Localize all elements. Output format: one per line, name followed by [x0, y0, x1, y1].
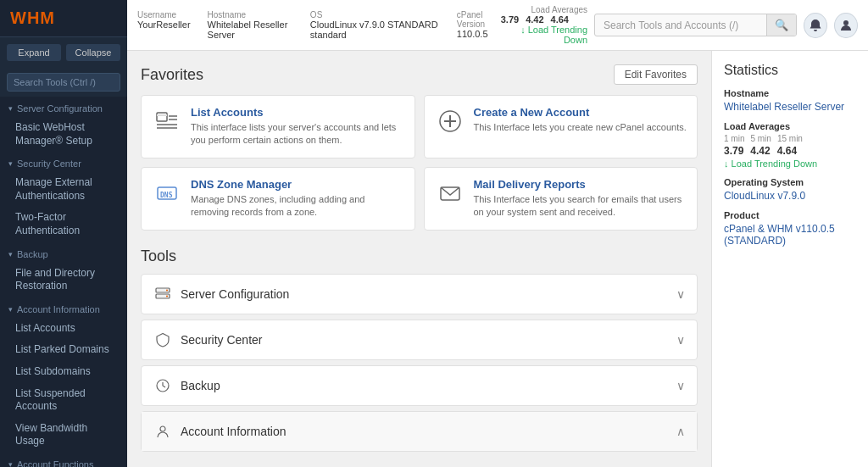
- sidebar-section-security-center[interactable]: ▾ Security Center: [0, 152, 127, 172]
- dns-zone-text: DNS Zone Manager Manage DNS zones, inclu…: [191, 178, 404, 220]
- stats-hostname-label: Hostname: [724, 88, 856, 98]
- stats-load-trend: ↓ Load Trending Down: [724, 158, 856, 169]
- tool-section-label: Security Center: [181, 333, 262, 347]
- svg-point-0: [843, 20, 849, 25]
- svg-point-16: [166, 295, 168, 297]
- user-icon: [839, 19, 853, 32]
- tool-section-header-server-config[interactable]: Server Configuration ∨: [142, 275, 697, 314]
- sidebar-section-server-configuration[interactable]: ▾ Server Configuration: [0, 97, 127, 117]
- tool-section-label: Backup: [181, 379, 220, 392]
- topbar-user-menu-button[interactable]: [834, 13, 858, 38]
- sidebar-item-list-parked-domains[interactable]: List Parked Domains: [0, 339, 127, 361]
- sidebar-item-list-subdomains[interactable]: List Subdomains: [0, 361, 127, 383]
- tool-section-backup: Backup ∨: [141, 365, 698, 406]
- topbar-notifications-button[interactable]: [804, 13, 827, 38]
- stats-product-label: Product: [724, 210, 856, 220]
- tool-section-header-account-info[interactable]: Account Information ∧: [142, 412, 697, 451]
- sidebar-item-list-accounts[interactable]: List Accounts: [0, 318, 127, 340]
- edit-favorites-button[interactable]: Edit Favorites: [614, 64, 698, 85]
- logo-accent: W: [10, 8, 27, 27]
- sidebar: WHM Expand Collapse ▾ Server Configurati…: [0, 0, 127, 467]
- sidebar-item-basic-webhost[interactable]: Basic WebHost Manager® Setup: [0, 117, 127, 152]
- statistics-panel: Statistics Hostname Whitelabel Reseller …: [711, 51, 868, 467]
- favorite-mail-delivery[interactable]: Mail Delivery Reports This Interface let…: [424, 167, 698, 231]
- create-account-icon: [435, 106, 465, 136]
- chevron-down-icon: ∨: [676, 379, 685, 392]
- sidebar-section-backup[interactable]: ▾ Backup: [0, 242, 127, 263]
- sidebar-search-input[interactable]: [7, 73, 120, 92]
- tool-section-left: Backup: [153, 376, 220, 395]
- sidebar-item-file-directory-restoration[interactable]: File and Directory Restoration: [0, 263, 127, 297]
- sidebar-item-two-factor-auth[interactable]: Two-Factor Authentication: [0, 207, 127, 242]
- chevron-down-icon: ▾: [8, 460, 13, 467]
- expand-button[interactable]: Expand: [7, 44, 61, 61]
- tool-section-left: Security Center: [153, 331, 262, 349]
- topbar-search-button[interactable]: 🔍: [766, 14, 796, 36]
- tool-section-left: Account Information: [153, 422, 287, 441]
- server-config-icon: [153, 285, 172, 303]
- security-center-icon: [153, 331, 172, 349]
- create-account-text: Create a New Account This Interface lets…: [474, 106, 687, 134]
- mail-delivery-text: Mail Delivery Reports This Interface let…: [474, 178, 687, 220]
- tool-section-label: Server Configuration: [181, 287, 289, 301]
- statistics-title: Statistics: [724, 63, 856, 78]
- sidebar-item-list-suspended-accounts[interactable]: List Suspended Accounts: [0, 383, 127, 418]
- favorite-create-account[interactable]: Create a New Account This Interface lets…: [424, 95, 698, 158]
- tool-section-account-information: Account Information ∧: [141, 411, 698, 452]
- chevron-down-icon: ∨: [676, 287, 685, 301]
- sidebar-item-manage-external-auth[interactable]: Manage External Authentications: [0, 172, 127, 207]
- tool-section-header-backup[interactable]: Backup ∨: [142, 366, 697, 405]
- tool-section-security-center: Security Center ∨: [141, 320, 698, 360]
- sidebar-section-label: Account Information: [17, 304, 100, 314]
- favorite-list-accounts[interactable]: List Accounts This interface lists your …: [141, 95, 415, 158]
- topbar-search-input[interactable]: [595, 15, 766, 36]
- svg-rect-1: [157, 113, 167, 121]
- topbar-os: OS CloudLinux v7.9.0 STANDARD standard: [310, 10, 440, 40]
- svg-rect-2: [157, 114, 167, 116]
- svg-text:DNS: DNS: [160, 192, 173, 199]
- favorites-title: Favorites: [141, 66, 203, 84]
- account-info-icon: [153, 422, 172, 441]
- sidebar-section-label: Server Configuration: [17, 103, 103, 114]
- sidebar-item-view-bandwidth-usage[interactable]: View Bandwidth Usage: [0, 418, 127, 453]
- list-accounts-text: List Accounts This interface lists your …: [191, 106, 404, 147]
- chevron-up-icon: ∧: [676, 425, 685, 438]
- tool-section-label: Account Information: [181, 425, 287, 438]
- favorites-header-row: Favorites Edit Favorites: [141, 64, 698, 85]
- chevron-down-icon: ∨: [676, 333, 685, 347]
- tool-section-left: Server Configuration: [153, 285, 289, 303]
- sidebar-logo: WHM: [0, 0, 127, 37]
- stats-load-row-labels: 1 min 5 min 15 min: [724, 134, 856, 143]
- bell-icon: [809, 19, 822, 32]
- backup-icon: [153, 376, 172, 395]
- favorite-dns-zone[interactable]: DNS DNS Zone Manager Manage DNS zones, i…: [141, 167, 415, 231]
- topbar-search-bar: 🔍: [594, 14, 797, 36]
- dns-zone-icon: DNS: [152, 178, 182, 208]
- chevron-down-icon: ▾: [8, 305, 13, 314]
- chevron-down-icon: ▾: [8, 250, 13, 259]
- tool-section-header-security[interactable]: Security Center ∨: [142, 320, 697, 359]
- chevron-down-icon: ▾: [8, 104, 13, 113]
- stats-hostname-value: Whitelabel Reseller Server: [724, 101, 856, 113]
- svg-point-15: [166, 289, 168, 291]
- sidebar-section-account-information[interactable]: ▾ Account Information: [0, 297, 127, 318]
- favorites-grid: List Accounts This interface lists your …: [141, 95, 698, 231]
- load-values: 3.79 4.42 4.64: [501, 14, 587, 25]
- sidebar-section-account-functions[interactable]: ▾ Account Functions: [0, 453, 127, 467]
- sidebar-search-container: [0, 68, 127, 97]
- svg-point-18: [160, 426, 165, 431]
- stats-load-averages-label: Load Averages: [724, 121, 856, 131]
- list-accounts-icon: [152, 106, 182, 136]
- mail-delivery-icon: [435, 178, 465, 208]
- main-panel: Username YourReseller Hostname Whitelabe…: [127, 0, 868, 467]
- chevron-down-icon: ▾: [8, 159, 13, 168]
- topbar-username: Username YourReseller: [137, 10, 191, 40]
- stats-load-values: 3.79 4.42 4.64: [724, 145, 856, 157]
- stats-os-value: CloudLinux v7.9.0: [724, 190, 856, 202]
- tools-title: Tools: [141, 247, 698, 265]
- topbar-hostname: Hostname Whitelabel Reseller Server: [208, 10, 293, 40]
- topbar-info: Username YourReseller Hostname Whitelabe…: [137, 10, 501, 40]
- sidebar-section-label: Security Center: [17, 158, 81, 169]
- sidebar-section-label: Account Functions: [17, 459, 94, 467]
- collapse-button[interactable]: Collapse: [66, 44, 120, 61]
